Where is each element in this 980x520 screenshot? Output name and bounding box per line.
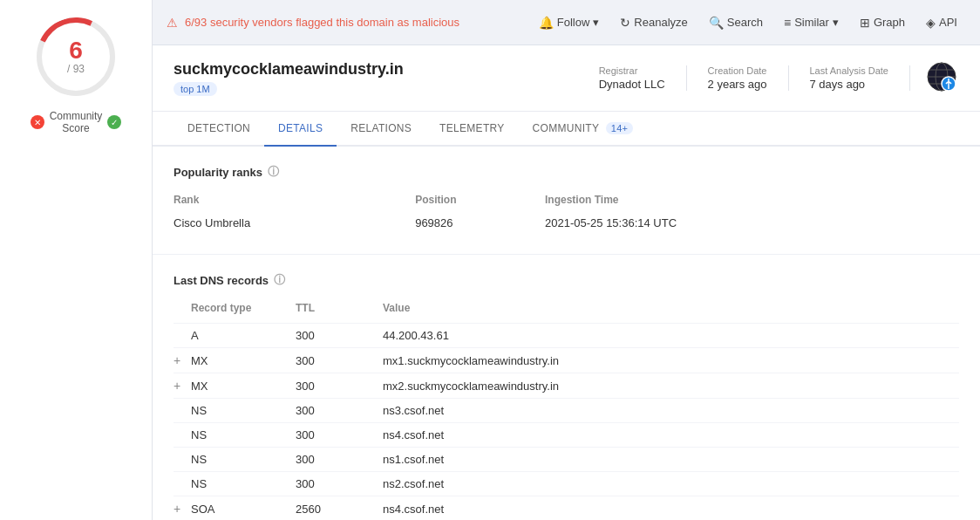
tab-community[interactable]: COMMUNITY 14+ (519, 112, 648, 147)
value-cell: mx2.suckmycocklameawindustry.in (383, 373, 959, 399)
community-score-row: ✕ Community Score ✓ (31, 110, 122, 134)
community-score-label: Community Score (50, 110, 103, 134)
position-cell: 969826 (415, 213, 545, 233)
dns-col-ttl: TTL (296, 298, 383, 324)
expand-cell[interactable]: + (174, 496, 191, 521)
analysis-label: Last Analysis Date (810, 65, 889, 76)
ttl-cell: 2560 (296, 496, 383, 521)
expand-cell[interactable]: + (174, 373, 191, 399)
table-row: Cisco Umbrella 969826 2021-05-25 15:36:1… (174, 213, 959, 233)
refresh-icon: ↻ (620, 16, 630, 30)
api-button[interactable]: ◈ API (917, 11, 966, 34)
ttl-cell: 300 (296, 472, 383, 496)
analysis-value: 7 days ago (810, 78, 889, 91)
score-circle: 6 / 93 (37, 17, 115, 96)
ingestion-cell: 2021-05-25 15:36:14 UTC (545, 213, 959, 233)
value-cell: 44.200.43.61 (383, 324, 959, 348)
security-alert: 6/93 security vendors flagged this domai… (185, 16, 459, 29)
value-cell: ns4.csof.net (383, 496, 959, 521)
creation-value: 2 years ago (708, 78, 767, 91)
top-bar: ⚠ 6/93 security vendors flagged this dom… (153, 0, 980, 45)
ttl-cell: 300 (296, 348, 383, 373)
section-divider (153, 254, 980, 255)
dns-info-icon[interactable]: ⓘ (274, 272, 285, 288)
type-cell: A (191, 324, 296, 348)
value-cell: ns4.csof.net (383, 423, 959, 448)
registrar-value: Dynadot LLC (599, 78, 665, 91)
value-cell: ns3.csof.net (383, 399, 959, 423)
tabs-bar: DETECTION DETAILS RELATIONS TELEMETRY CO… (153, 112, 980, 147)
graph-button[interactable]: ⊞ Graph (851, 11, 914, 34)
value-cell: mx1.suckmycocklameawindustry.in (383, 348, 959, 373)
rank-cell: Cisco Umbrella (174, 213, 415, 233)
table-row: NS 300 ns1.csof.net (174, 448, 959, 472)
tab-detection[interactable]: DETECTION (174, 112, 264, 147)
expand-cell (174, 448, 191, 472)
reanalyze-button[interactable]: ↻ Reanalyze (611, 11, 696, 34)
api-icon: ◈ (926, 16, 936, 30)
table-row: + MX 300 mx1.suckmycocklameawindustry.in (174, 348, 959, 373)
creation-date-item: Creation Date 2 years ago (687, 65, 789, 91)
table-row: NS 300 ns2.csof.net (174, 472, 959, 496)
type-cell: NS (191, 399, 296, 423)
expand-cell (174, 399, 191, 423)
domain-meta: Registrar Dynadot LLC Creation Date 2 ye… (578, 59, 959, 97)
tab-telemetry[interactable]: TELEMETRY (425, 112, 519, 147)
left-panel: 6 / 93 ✕ Community Score ✓ (0, 0, 153, 520)
ttl-cell: 300 (296, 373, 383, 399)
chevron-down-icon: ▾ (593, 16, 599, 29)
globe-icon (924, 59, 959, 97)
table-row: + MX 300 mx2.suckmycocklameawindustry.in (174, 373, 959, 399)
search-icon: 🔍 (709, 16, 724, 30)
creation-label: Creation Date (708, 65, 767, 76)
check-icon: ✓ (107, 115, 121, 129)
analysis-date-item: Last Analysis Date 7 days ago (789, 65, 911, 91)
search-button[interactable]: 🔍 Search (700, 11, 772, 34)
score-total: / 93 (67, 63, 85, 75)
table-row: NS 300 ns3.csof.net (174, 399, 959, 423)
tab-relations[interactable]: RELATIONS (337, 112, 425, 147)
chevron-down-icon2: ▾ (833, 16, 839, 29)
table-row: NS 300 ns4.csof.net (174, 423, 959, 448)
domain-info: suckmycocklameawindustry.in top 1M (174, 60, 404, 96)
expand-cell[interactable]: + (174, 348, 191, 373)
dns-col-expand (174, 298, 191, 324)
table-row: + SOA 2560 ns4.csof.net (174, 496, 959, 521)
col-ingestion: Ingestion Time (545, 190, 959, 213)
domain-tag: top 1M (174, 82, 217, 96)
bell-icon: 🔔 (539, 16, 554, 30)
ttl-cell: 300 (296, 448, 383, 472)
type-cell: NS (191, 472, 296, 496)
registrar-item: Registrar Dynadot LLC (578, 65, 687, 91)
content-area: Popularity ranks ⓘ Rank Position Ingesti… (153, 147, 980, 520)
type-cell: MX (191, 348, 296, 373)
tab-details[interactable]: DETAILS (264, 112, 337, 147)
similar-button[interactable]: ≡ Similar ▾ (775, 11, 847, 34)
ttl-cell: 300 (296, 423, 383, 448)
expand-cell (174, 324, 191, 348)
type-cell: NS (191, 448, 296, 472)
dns-col-type: Record type (191, 298, 296, 324)
alert-area: ⚠ 6/93 security vendors flagged this dom… (167, 16, 459, 30)
popularity-info-icon[interactable]: ⓘ (268, 164, 279, 180)
main-content: ⚠ 6/93 security vendors flagged this dom… (153, 0, 980, 520)
popularity-section-title: Popularity ranks ⓘ (174, 164, 959, 180)
value-cell: ns1.csof.net (383, 448, 959, 472)
popularity-table: Rank Position Ingestion Time Cisco Umbre… (174, 190, 959, 233)
score-value: 6 (69, 38, 83, 63)
dns-col-value: Value (383, 298, 959, 324)
x-icon: ✕ (31, 115, 44, 129)
table-row: A 300 44.200.43.61 (174, 324, 959, 348)
community-badge: 14+ (606, 122, 634, 134)
registrar-label: Registrar (599, 65, 665, 76)
ttl-cell: 300 (296, 399, 383, 423)
domain-header: suckmycocklameawindustry.in top 1M Regis… (153, 45, 980, 112)
col-position: Position (415, 190, 545, 213)
dns-section-title: Last DNS records ⓘ (174, 272, 959, 288)
type-cell: SOA (191, 496, 296, 521)
similar-icon: ≡ (784, 16, 791, 30)
ttl-cell: 300 (296, 324, 383, 348)
follow-button[interactable]: 🔔 Follow ▾ (530, 11, 609, 34)
action-buttons: 🔔 Follow ▾ ↻ Reanalyze 🔍 Search ≡ Simila… (530, 11, 966, 34)
type-cell: MX (191, 373, 296, 399)
